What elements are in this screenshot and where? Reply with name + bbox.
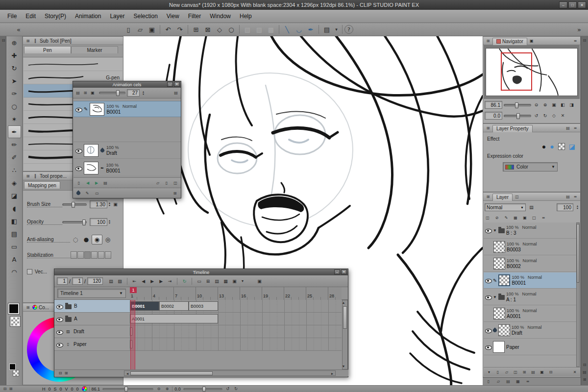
maximize-button[interactable]: □ (568, 1, 577, 8)
snap-special-icon[interactable]: ◇ (214, 24, 225, 35)
track-label-b[interactable]: B (54, 300, 130, 313)
minimize-icon[interactable]: – (334, 270, 340, 274)
expression-color-dropdown[interactable]: Color ▼ (503, 162, 558, 172)
panel-collapse-icon[interactable]: ⊞ (485, 194, 491, 199)
timeline-cell-b0002[interactable]: B0002 (159, 301, 189, 311)
dock-icon[interactable]: ▱ (495, 379, 501, 384)
track-label-draft[interactable]: ▨ Draft (54, 325, 130, 338)
layer-row-folder-a[interactable]: ▼ 100 %NormalA : 1 (484, 289, 577, 305)
brush-item[interactable] (24, 58, 122, 71)
ruler-mode2-icon[interactable]: ▨ (253, 24, 265, 35)
tab-pen[interactable]: Pen (24, 46, 71, 53)
statusbar-dock-icon2[interactable]: ⊞ (8, 386, 14, 392)
cel-spec-batch-icon[interactable]: ▤ (102, 180, 108, 186)
new-timeline-icon[interactable]: ▭ (196, 278, 203, 285)
cel-row-b0001-lighttable[interactable]: ✒ 100 % B0001 (74, 160, 181, 176)
layer-row-folder-b[interactable]: ▼ 100 %NormalB : 3 (484, 222, 577, 239)
cel-more-icon[interactable]: ⊞ (172, 191, 178, 196)
aa-strong-icon[interactable]: ◎ (102, 235, 113, 245)
merge-down-icon[interactable]: ⊞ (521, 369, 527, 375)
minimize-icon[interactable]: – (167, 82, 173, 87)
new-layer-icon[interactable]: ▯ (495, 369, 501, 375)
cel-options-icon[interactable]: ▤ (173, 90, 179, 96)
onion-settings-icon[interactable]: ▤ (213, 278, 220, 285)
set-as-reference-icon[interactable]: □ (531, 215, 537, 220)
frame-rate-icon[interactable]: ⊞ (204, 278, 212, 285)
layer-row-b0002[interactable]: 100 %NormalB0002 (484, 256, 577, 272)
menu-window[interactable]: Window (205, 10, 235, 23)
rotate-right-icon[interactable]: ↻ (541, 112, 549, 119)
aa-middle-icon[interactable]: ◉ (92, 235, 102, 245)
straight-line-icon[interactable]: ╲ (281, 24, 293, 35)
brush-size-slider[interactable] (62, 203, 87, 206)
reset-view-icon[interactable]: ✕ (559, 112, 566, 119)
scroll-up-icon[interactable]: ▴ (343, 300, 348, 306)
cel-display-icon[interactable]: ▧ (116, 278, 123, 285)
tab-layer-property[interactable]: Layer Property (492, 125, 533, 132)
brush-size-value[interactable]: 1.30 (90, 200, 107, 208)
panel-collapse-icon[interactable]: ⊞ (25, 38, 31, 44)
panel-drag-icon[interactable]: ‖ (32, 173, 38, 179)
statusbar-rotate-right-icon[interactable]: ↻ (233, 386, 239, 392)
animation-cels-window[interactable]: Animation cels – ✕ ▤ ⊞ ▣ 27 ▴▾ ▤ ✎ (73, 81, 181, 198)
new-file-icon[interactable]: ▯ (122, 24, 134, 35)
dock-collapse-left-icon[interactable]: « (13, 24, 24, 35)
visibility-eye-icon[interactable] (485, 327, 491, 333)
layer-opacity-value[interactable]: 100 (557, 203, 573, 211)
panel-collapse-icon[interactable]: ⊞ (25, 173, 31, 179)
curve-line-icon[interactable]: ◡ (293, 24, 305, 35)
timeline-zoom-in-icon[interactable]: ⊞ (63, 370, 69, 376)
menu-edit[interactable]: Edit (21, 10, 40, 23)
stabilization-step[interactable] (98, 251, 104, 259)
statusbar-zoom-out-icon[interactable]: ⊖ (156, 386, 162, 392)
stabilization-step[interactable] (105, 251, 111, 259)
cel-view-icon[interactable]: ▣ (90, 90, 96, 96)
blue-effect-icon[interactable]: ● (550, 143, 554, 150)
workspace-dropdown-icon[interactable]: ▾ (333, 26, 340, 33)
help-icon[interactable]: ? (344, 25, 353, 34)
visibility-eye-icon[interactable] (56, 316, 63, 322)
prev-cel-icon[interactable]: ◀ (85, 180, 91, 186)
statusbar-rotation-slider[interactable] (183, 388, 222, 390)
scroll-down-icon[interactable]: ▾ (343, 364, 348, 369)
folder-expand-icon[interactable]: ▼ (493, 228, 497, 233)
panel-collapse-icon[interactable]: ⊞ (485, 125, 491, 131)
rotate-tool-icon[interactable]: ↻ (8, 62, 21, 74)
new-cel-icon[interactable]: ▯ (76, 180, 82, 186)
layer-row-draft[interactable]: 100 %NormalDraft (484, 322, 577, 339)
timeline-hscrollbar[interactable]: ◂ ▸ (124, 370, 336, 376)
statusbar-rotate-left-icon[interactable]: ↺ (225, 386, 231, 392)
layer-color-effect-icon[interactable]: ◪ (569, 143, 575, 150)
zoom-in-icon[interactable]: ⊕ (541, 101, 549, 108)
close-icon[interactable]: ✕ (174, 82, 180, 87)
decoration-tool-icon[interactable]: ◈ (8, 176, 21, 189)
snap-guide-icon[interactable]: ○ (225, 24, 237, 35)
blend-tool-icon[interactable]: ◖ (8, 202, 21, 215)
timeline-cell-b0003[interactable]: B0003 (189, 301, 218, 311)
menu-help[interactable]: Help (235, 10, 256, 23)
stabilization-label[interactable]: Stabilization (27, 252, 70, 258)
end-frame-field[interactable]: 120 (87, 277, 103, 285)
panel-drag-icon[interactable]: ‖ (32, 38, 38, 44)
close-icon[interactable]: ✕ (341, 270, 347, 274)
tab-layer-search-icon[interactable]: ◫ (514, 194, 520, 199)
menu-view[interactable]: View (162, 10, 184, 23)
track-settings-icon[interactable]: ▦ (222, 278, 229, 285)
track-label-paper[interactable]: ▯ Paper (54, 338, 130, 351)
timeline-cell-b0001[interactable]: B0001 (130, 301, 159, 311)
playhead-marker[interactable]: 1 (130, 287, 137, 293)
track-b[interactable]: B0001 B0002 B0003 (130, 300, 342, 313)
cel-row-b0001-selected[interactable]: ✎ 100 %Normal B0001 (74, 101, 181, 117)
tab-navigator[interactable]: Navigator (492, 38, 527, 45)
airbrush-tool-icon[interactable]: ∴ (8, 164, 21, 176)
visibility-eye-icon[interactable] (75, 147, 82, 153)
ink-tool-icon[interactable]: ✒ (305, 24, 317, 35)
layer-row-a0001[interactable]: 100 %NormalA0001 (484, 306, 577, 322)
layer-settings-icon[interactable]: ≡ (540, 215, 546, 220)
gradient-tool-icon[interactable]: ▤ (8, 227, 21, 240)
tab-subview-icon[interactable]: ▣ (529, 38, 535, 44)
track-label-a[interactable]: A (54, 313, 130, 325)
timeline-window[interactable]: Timeline – ✕ 1 / 1 / 120 ▤ ▧ ⇤ ◀ ▶ ▶ ⇥ ↻… (54, 269, 348, 377)
ruler-icon[interactable]: ▣ (522, 215, 528, 220)
timeline-extra-icon[interactable]: ▣ (256, 278, 263, 285)
